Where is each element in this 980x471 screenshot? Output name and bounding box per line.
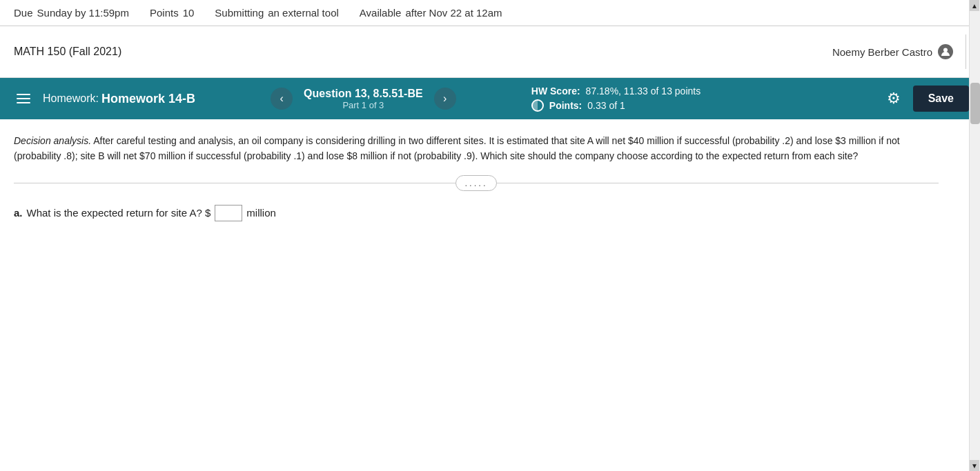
points-score-label: Points: <box>549 100 582 111</box>
submitting-item: Submitting an external tool <box>215 7 338 19</box>
scrollbar-thumb[interactable] <box>970 83 980 124</box>
question-title: Question 13, 8.5.51-BE <box>304 88 423 100</box>
due-label: Due <box>14 7 33 19</box>
settings-button[interactable]: ⚙ <box>881 84 906 113</box>
menu-icon[interactable] <box>11 88 36 109</box>
points-item: Points 10 <box>150 7 194 19</box>
problem-text: Decision analysis. After careful testing… <box>14 133 939 164</box>
submitting-label: Submitting <box>215 7 264 19</box>
points-label: Points <box>150 7 179 19</box>
prev-question-button[interactable]: ‹ <box>271 88 293 110</box>
due-item: Due Sunday by 11:59pm <box>14 7 129 19</box>
vertical-divider <box>966 34 966 69</box>
submitting-value: an external tool <box>268 7 339 19</box>
scroll-up-button[interactable]: ▲ <box>970 0 979 11</box>
part-a-label: a. <box>14 207 23 219</box>
hw-score-value: 87.18%, 11.33 of 13 points <box>586 86 701 97</box>
points-score-value: 0.33 of 1 <box>587 100 625 111</box>
scroll-down-button[interactable]: ▼ <box>970 460 979 471</box>
problem-intro: Decision analysis. <box>14 135 91 146</box>
main-content: Decision analysis. After careful testing… <box>0 119 952 235</box>
homework-name: Homework 14-B <box>101 92 195 106</box>
dots-pill: ..... <box>455 175 496 191</box>
user-avatar-icon <box>938 44 953 59</box>
toolbar-score: HW Score: 87.18%, 11.33 of 13 points Poi… <box>531 86 868 112</box>
points-icon <box>531 99 544 112</box>
toolbar-nav: ‹ Question 13, 8.5.51-BE Part 1 of 3 › <box>195 88 531 110</box>
part-a-text: What is the expected return for site A? … <box>27 207 211 219</box>
question-info: Question 13, 8.5.51-BE Part 1 of 3 <box>293 88 434 110</box>
answer-input-a[interactable] <box>215 205 242 221</box>
problem-body: After careful testing and analysis, an o… <box>14 135 900 161</box>
user-name: Noemy Berber Castro <box>832 46 932 58</box>
points-score-line: Points: 0.33 of 1 <box>531 99 625 112</box>
available-value: after Nov 22 at 12am <box>405 7 502 19</box>
dots-divider: ..... <box>14 175 939 191</box>
scrollbar-track: ▲ ▼ <box>969 0 980 471</box>
top-bar: Due Sunday by 11:59pm Points 10 Submitti… <box>0 0 980 26</box>
toolbar: Homework: Homework 14-B ‹ Question 13, 8… <box>0 78 980 119</box>
user-info: Noemy Berber Castro <box>832 34 966 69</box>
due-value: Sunday by 11:59pm <box>37 7 129 19</box>
question-part: Part 1 of 3 <box>304 100 423 110</box>
points-value: 10 <box>183 7 195 19</box>
hw-score-line: HW Score: 87.18%, 11.33 of 13 points <box>531 86 700 97</box>
next-question-button[interactable]: › <box>434 88 456 110</box>
course-header: MATH 150 (Fall 2021) Noemy Berber Castro <box>0 26 980 78</box>
homework-label: Homework: <box>43 92 99 105</box>
hw-score-label: HW Score: <box>531 86 580 97</box>
available-item: Available after Nov 22 at 12am <box>360 7 502 19</box>
part-a-suffix: million <box>246 207 276 219</box>
available-label: Available <box>360 7 402 19</box>
svg-point-0 <box>943 48 948 52</box>
question-a: a. What is the expected return for site … <box>14 205 939 221</box>
save-button[interactable]: Save <box>913 86 969 112</box>
course-title: MATH 150 (Fall 2021) <box>14 46 121 58</box>
